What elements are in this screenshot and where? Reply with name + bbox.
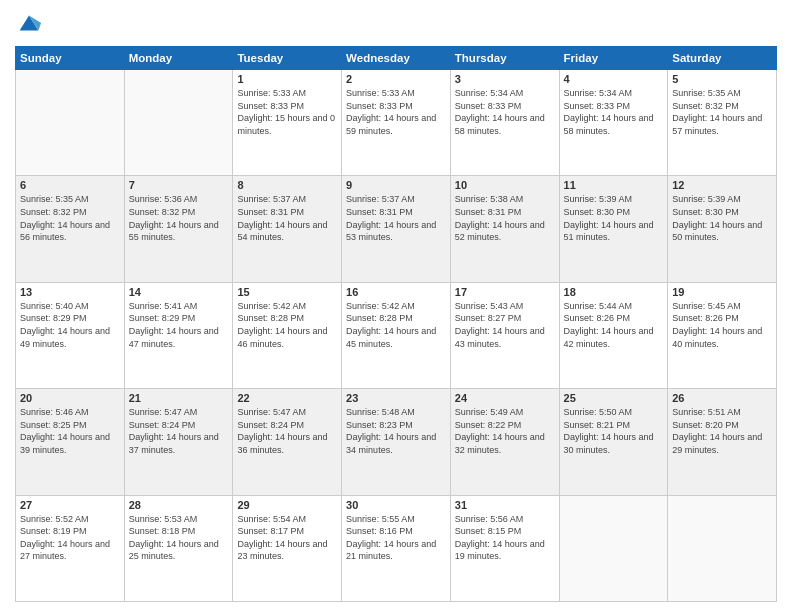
day-info: Sunrise: 5:38 AM Sunset: 8:31 PM Dayligh… (455, 193, 555, 243)
day-number: 19 (672, 286, 772, 298)
day-number: 26 (672, 392, 772, 404)
calendar-cell: 24Sunrise: 5:49 AM Sunset: 8:22 PM Dayli… (450, 389, 559, 495)
day-info: Sunrise: 5:33 AM Sunset: 8:33 PM Dayligh… (237, 87, 337, 137)
day-info: Sunrise: 5:42 AM Sunset: 8:28 PM Dayligh… (346, 300, 446, 350)
day-info: Sunrise: 5:33 AM Sunset: 8:33 PM Dayligh… (346, 87, 446, 137)
day-number: 7 (129, 179, 229, 191)
day-number: 29 (237, 499, 337, 511)
day-number: 9 (346, 179, 446, 191)
day-info: Sunrise: 5:48 AM Sunset: 8:23 PM Dayligh… (346, 406, 446, 456)
calendar-cell: 11Sunrise: 5:39 AM Sunset: 8:30 PM Dayli… (559, 176, 668, 282)
day-info: Sunrise: 5:45 AM Sunset: 8:26 PM Dayligh… (672, 300, 772, 350)
day-number: 8 (237, 179, 337, 191)
day-info: Sunrise: 5:35 AM Sunset: 8:32 PM Dayligh… (20, 193, 120, 243)
day-number: 24 (455, 392, 555, 404)
calendar-cell: 14Sunrise: 5:41 AM Sunset: 8:29 PM Dayli… (124, 282, 233, 388)
calendar-cell: 13Sunrise: 5:40 AM Sunset: 8:29 PM Dayli… (16, 282, 125, 388)
calendar-cell: 25Sunrise: 5:50 AM Sunset: 8:21 PM Dayli… (559, 389, 668, 495)
calendar-cell: 31Sunrise: 5:56 AM Sunset: 8:15 PM Dayli… (450, 495, 559, 601)
calendar-cell: 29Sunrise: 5:54 AM Sunset: 8:17 PM Dayli… (233, 495, 342, 601)
calendar-cell: 23Sunrise: 5:48 AM Sunset: 8:23 PM Dayli… (342, 389, 451, 495)
calendar-header-row: SundayMondayTuesdayWednesdayThursdayFrid… (16, 47, 777, 70)
day-number: 4 (564, 73, 664, 85)
day-number: 2 (346, 73, 446, 85)
day-info: Sunrise: 5:54 AM Sunset: 8:17 PM Dayligh… (237, 513, 337, 563)
day-info: Sunrise: 5:47 AM Sunset: 8:24 PM Dayligh… (129, 406, 229, 456)
calendar-cell: 7Sunrise: 5:36 AM Sunset: 8:32 PM Daylig… (124, 176, 233, 282)
day-info: Sunrise: 5:53 AM Sunset: 8:18 PM Dayligh… (129, 513, 229, 563)
day-info: Sunrise: 5:39 AM Sunset: 8:30 PM Dayligh… (672, 193, 772, 243)
day-number: 5 (672, 73, 772, 85)
calendar-cell: 20Sunrise: 5:46 AM Sunset: 8:25 PM Dayli… (16, 389, 125, 495)
day-info: Sunrise: 5:40 AM Sunset: 8:29 PM Dayligh… (20, 300, 120, 350)
day-info: Sunrise: 5:37 AM Sunset: 8:31 PM Dayligh… (237, 193, 337, 243)
calendar-cell: 9Sunrise: 5:37 AM Sunset: 8:31 PM Daylig… (342, 176, 451, 282)
logo-icon (15, 10, 43, 38)
day-info: Sunrise: 5:35 AM Sunset: 8:32 PM Dayligh… (672, 87, 772, 137)
day-info: Sunrise: 5:43 AM Sunset: 8:27 PM Dayligh… (455, 300, 555, 350)
calendar-cell: 8Sunrise: 5:37 AM Sunset: 8:31 PM Daylig… (233, 176, 342, 282)
day-number: 11 (564, 179, 664, 191)
calendar-cell: 26Sunrise: 5:51 AM Sunset: 8:20 PM Dayli… (668, 389, 777, 495)
day-number: 30 (346, 499, 446, 511)
calendar-header-tuesday: Tuesday (233, 47, 342, 70)
day-number: 13 (20, 286, 120, 298)
calendar-cell: 1Sunrise: 5:33 AM Sunset: 8:33 PM Daylig… (233, 70, 342, 176)
calendar-cell: 21Sunrise: 5:47 AM Sunset: 8:24 PM Dayli… (124, 389, 233, 495)
day-number: 18 (564, 286, 664, 298)
day-number: 3 (455, 73, 555, 85)
day-info: Sunrise: 5:51 AM Sunset: 8:20 PM Dayligh… (672, 406, 772, 456)
calendar-header-thursday: Thursday (450, 47, 559, 70)
day-info: Sunrise: 5:41 AM Sunset: 8:29 PM Dayligh… (129, 300, 229, 350)
day-number: 27 (20, 499, 120, 511)
calendar-cell: 17Sunrise: 5:43 AM Sunset: 8:27 PM Dayli… (450, 282, 559, 388)
calendar-cell (668, 495, 777, 601)
calendar-week-row-1: 1Sunrise: 5:33 AM Sunset: 8:33 PM Daylig… (16, 70, 777, 176)
day-info: Sunrise: 5:46 AM Sunset: 8:25 PM Dayligh… (20, 406, 120, 456)
logo (15, 10, 47, 38)
calendar-week-row-2: 6Sunrise: 5:35 AM Sunset: 8:32 PM Daylig… (16, 176, 777, 282)
day-info: Sunrise: 5:44 AM Sunset: 8:26 PM Dayligh… (564, 300, 664, 350)
day-number: 6 (20, 179, 120, 191)
calendar-cell (559, 495, 668, 601)
calendar-cell: 3Sunrise: 5:34 AM Sunset: 8:33 PM Daylig… (450, 70, 559, 176)
page: SundayMondayTuesdayWednesdayThursdayFrid… (0, 0, 792, 612)
calendar-cell: 30Sunrise: 5:55 AM Sunset: 8:16 PM Dayli… (342, 495, 451, 601)
calendar-cell: 10Sunrise: 5:38 AM Sunset: 8:31 PM Dayli… (450, 176, 559, 282)
calendar-cell (124, 70, 233, 176)
calendar-header-monday: Monday (124, 47, 233, 70)
calendar-cell: 6Sunrise: 5:35 AM Sunset: 8:32 PM Daylig… (16, 176, 125, 282)
calendar-cell: 15Sunrise: 5:42 AM Sunset: 8:28 PM Dayli… (233, 282, 342, 388)
day-number: 17 (455, 286, 555, 298)
day-number: 12 (672, 179, 772, 191)
calendar-cell: 19Sunrise: 5:45 AM Sunset: 8:26 PM Dayli… (668, 282, 777, 388)
calendar-cell: 27Sunrise: 5:52 AM Sunset: 8:19 PM Dayli… (16, 495, 125, 601)
calendar-cell: 4Sunrise: 5:34 AM Sunset: 8:33 PM Daylig… (559, 70, 668, 176)
calendar-header-wednesday: Wednesday (342, 47, 451, 70)
day-info: Sunrise: 5:49 AM Sunset: 8:22 PM Dayligh… (455, 406, 555, 456)
day-info: Sunrise: 5:52 AM Sunset: 8:19 PM Dayligh… (20, 513, 120, 563)
day-number: 10 (455, 179, 555, 191)
day-number: 20 (20, 392, 120, 404)
calendar-week-row-5: 27Sunrise: 5:52 AM Sunset: 8:19 PM Dayli… (16, 495, 777, 601)
calendar-header-saturday: Saturday (668, 47, 777, 70)
calendar-cell: 16Sunrise: 5:42 AM Sunset: 8:28 PM Dayli… (342, 282, 451, 388)
day-number: 22 (237, 392, 337, 404)
day-info: Sunrise: 5:42 AM Sunset: 8:28 PM Dayligh… (237, 300, 337, 350)
day-number: 28 (129, 499, 229, 511)
calendar-header-sunday: Sunday (16, 47, 125, 70)
day-info: Sunrise: 5:39 AM Sunset: 8:30 PM Dayligh… (564, 193, 664, 243)
calendar-cell: 18Sunrise: 5:44 AM Sunset: 8:26 PM Dayli… (559, 282, 668, 388)
day-info: Sunrise: 5:34 AM Sunset: 8:33 PM Dayligh… (455, 87, 555, 137)
day-info: Sunrise: 5:55 AM Sunset: 8:16 PM Dayligh… (346, 513, 446, 563)
day-number: 31 (455, 499, 555, 511)
calendar-table: SundayMondayTuesdayWednesdayThursdayFrid… (15, 46, 777, 602)
day-number: 14 (129, 286, 229, 298)
calendar-week-row-4: 20Sunrise: 5:46 AM Sunset: 8:25 PM Dayli… (16, 389, 777, 495)
day-info: Sunrise: 5:34 AM Sunset: 8:33 PM Dayligh… (564, 87, 664, 137)
calendar-cell: 12Sunrise: 5:39 AM Sunset: 8:30 PM Dayli… (668, 176, 777, 282)
day-number: 23 (346, 392, 446, 404)
header (15, 10, 777, 38)
day-number: 25 (564, 392, 664, 404)
calendar-week-row-3: 13Sunrise: 5:40 AM Sunset: 8:29 PM Dayli… (16, 282, 777, 388)
